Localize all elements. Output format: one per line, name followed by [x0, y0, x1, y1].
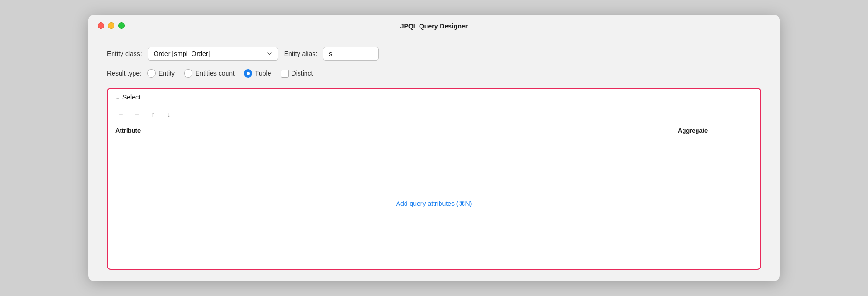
table-body: Add query attributes (⌘N) [108, 138, 760, 269]
radio-entities-count-label: Entities count [195, 70, 235, 77]
title-bar: JPQL Query Designer [88, 15, 780, 35]
entity-class-label: Entity class: [107, 50, 142, 57]
distinct-label: Distinct [292, 70, 313, 77]
close-button[interactable] [98, 22, 104, 29]
content-area: Entity class: Order [smpl_Order] Entity … [88, 35, 780, 281]
window-controls [98, 22, 125, 29]
radio-entities-count-control[interactable] [184, 69, 192, 78]
radio-tuple[interactable]: Tuple [244, 69, 271, 78]
table-header: Attribute Aggregate [108, 123, 760, 138]
panel-title: Select [122, 93, 141, 101]
entity-class-row: Entity class: Order [smpl_Order] Entity … [107, 47, 761, 61]
radio-entity-label: Entity [158, 70, 175, 77]
chevron-down-icon [267, 51, 272, 56]
add-query-attributes-link[interactable]: Add query attributes (⌘N) [396, 200, 472, 207]
radio-entity-control[interactable] [147, 69, 156, 78]
chevron-icon: ⌄ [115, 94, 120, 100]
entity-class-value: Order [smpl_Order] [154, 50, 210, 57]
col-attribute-header: Attribute [115, 127, 678, 134]
panel-header: ⌄ Select [108, 89, 760, 106]
move-up-button[interactable]: ↑ [147, 109, 158, 120]
main-window: JPQL Query Designer Entity class: Order … [88, 15, 780, 281]
radio-tuple-inner [247, 72, 250, 75]
distinct-checkbox[interactable] [281, 70, 289, 78]
col-aggregate-header: Aggregate [678, 127, 753, 134]
move-down-button[interactable]: ↓ [163, 109, 174, 120]
remove-button[interactable]: − [131, 109, 142, 120]
minimize-button[interactable] [108, 22, 114, 29]
entity-alias-label: Entity alias: [284, 50, 318, 57]
result-type-label: Result type: [107, 70, 142, 77]
toolbar: + − ↑ ↓ [108, 106, 760, 123]
select-panel: ⌄ Select + − ↑ ↓ Attribute Aggregate Add… [107, 88, 761, 270]
maximize-button[interactable] [118, 22, 125, 29]
result-type-row: Result type: Entity Entities count [107, 69, 761, 78]
add-button[interactable]: + [115, 109, 127, 120]
distinct-checkbox-group[interactable]: Distinct [281, 70, 313, 78]
radio-tuple-label: Tuple [255, 70, 271, 77]
radio-tuple-control[interactable] [244, 69, 252, 78]
entity-class-select[interactable]: Order [smpl_Order] [148, 47, 278, 61]
entity-alias-input[interactable] [323, 47, 379, 61]
result-type-options: Entity Entities count Tuple [147, 69, 313, 78]
radio-entities-count[interactable]: Entities count [184, 69, 235, 78]
window-title: JPQL Query Designer [400, 22, 468, 30]
radio-entity[interactable]: Entity [147, 69, 175, 78]
